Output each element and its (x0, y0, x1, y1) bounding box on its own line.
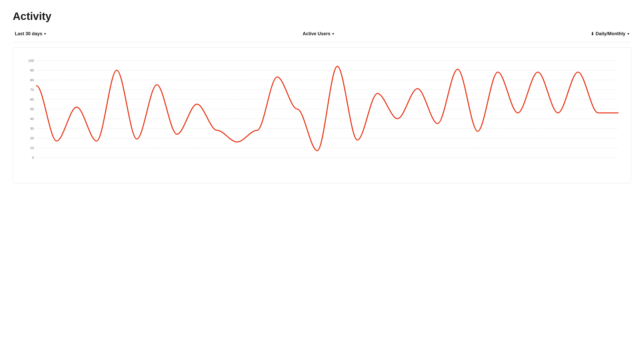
time-range-label: Last 30 days (15, 31, 42, 37)
svg-text:40: 40 (30, 117, 34, 121)
metric-caret-icon: ▾ (332, 32, 334, 36)
chart-area: 01020304050607080901002024-01-142024-01-… (18, 55, 623, 178)
download-icon: ⬇ (591, 31, 594, 36)
svg-text:70: 70 (30, 88, 34, 92)
metric-dropdown[interactable]: Active Users ▾ (301, 30, 336, 38)
metric-label: Active Users (303, 31, 330, 37)
toolbar: Last 30 days ▾ Active Users ▾ ⬇ Daily/Mo… (13, 30, 631, 38)
view-dropdown[interactable]: ⬇ Daily/Monthly ▾ (589, 30, 631, 38)
time-range-dropdown[interactable]: Last 30 days ▾ (13, 30, 48, 38)
chart-container: 01020304050607080901002024-01-142024-01-… (13, 47, 631, 183)
view-label: Daily/Monthly (596, 31, 625, 37)
page-title: Activity (13, 10, 631, 22)
svg-text:80: 80 (30, 78, 34, 82)
svg-text:60: 60 (30, 98, 34, 101)
svg-text:100: 100 (28, 59, 34, 63)
svg-text:30: 30 (30, 127, 34, 130)
toolbar-divider (13, 42, 631, 42)
svg-text:50: 50 (30, 107, 34, 111)
svg-text:10: 10 (30, 146, 34, 150)
view-caret-icon: ▾ (627, 32, 629, 36)
svg-text:90: 90 (30, 68, 34, 72)
time-range-caret-icon: ▾ (44, 32, 46, 36)
svg-text:20: 20 (30, 136, 34, 140)
svg-text:0: 0 (32, 156, 34, 160)
chart-svg: 01020304050607080901002024-01-142024-01-… (18, 55, 623, 178)
